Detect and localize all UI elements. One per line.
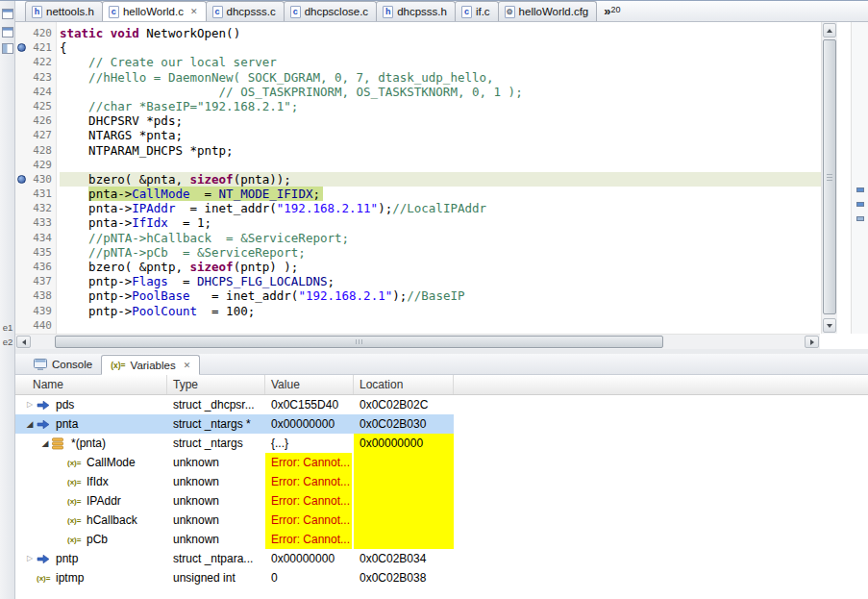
variables-table: Name Type Value Location ▷pdsstruct _dhc… xyxy=(15,375,868,599)
variable-row-iptmp[interactable]: (x)=iptmpunsigned int00x0C02B038 xyxy=(15,568,868,587)
variable-location xyxy=(354,472,454,491)
editor-tab-if.c[interactable]: cif.c xyxy=(455,1,499,21)
tree-collapsed-icon[interactable]: ▷ xyxy=(23,395,37,414)
scroll-down-button[interactable] xyxy=(823,318,836,333)
code-line-432: pnta->IPAddr = inet_addr("192.168.2.11")… xyxy=(60,201,821,215)
variable-type: unknown xyxy=(167,453,265,472)
tab-label: if.c xyxy=(476,6,490,17)
c-file-icon: c xyxy=(212,6,223,18)
left-view-bar: e1 e2 xyxy=(0,1,15,599)
annotation-marker[interactable] xyxy=(856,187,864,192)
tree-expanded-icon[interactable]: ◢ xyxy=(38,434,52,453)
code-line-423: //hHello = DaemonNew( SOCK_DGRAM, 0, 7, … xyxy=(60,70,821,85)
variable-value[interactable]: 0 xyxy=(265,568,354,587)
breakpoint-icon[interactable] xyxy=(17,175,26,184)
variables-icon: (x)= xyxy=(111,361,125,370)
variable-name: pCb xyxy=(87,533,108,546)
console-icon xyxy=(34,359,47,370)
code-line-431: pnta->CallMode = NT_MODE_IFIDX; xyxy=(60,187,821,201)
variable-row-*(pnta)[interactable]: ◢*(pnta)struct _ntargs{...}0x00000000 xyxy=(15,434,868,453)
tab-variables[interactable]: (x)= Variables ✕ xyxy=(101,355,200,375)
pointer-variable-icon xyxy=(37,398,53,412)
overview-ruler[interactable] xyxy=(851,22,868,334)
variable-location: 0x0C02B030 xyxy=(354,414,454,434)
horizontal-scroll-thumb[interactable] xyxy=(55,336,663,348)
fastview-label[interactable]: e2 xyxy=(0,335,15,349)
variable-name: pntp xyxy=(56,552,78,565)
variable-row-hCallback[interactable]: (x)=hCallbackunknownError: Cannot... xyxy=(15,511,868,530)
code-line-439: pntp->PoolCount = 100; xyxy=(60,304,821,318)
fastview-label[interactable]: e1 xyxy=(0,320,15,335)
annotation-ruler[interactable] xyxy=(15,22,28,334)
line-number: 432 xyxy=(28,201,56,215)
view-menu-icon[interactable] xyxy=(2,6,13,16)
code-line-422: // Create our local server xyxy=(60,55,821,69)
variable-type: unknown xyxy=(167,530,265,549)
line-number: 421 xyxy=(28,40,56,55)
scalar-variable-icon: (x)= xyxy=(67,494,84,508)
restore-view-icon-2[interactable] xyxy=(2,40,13,51)
row-filler xyxy=(454,414,868,434)
variable-row-IfIdx[interactable]: (x)=IfIdxunknownError: Cannot... xyxy=(15,472,868,491)
variable-row-pds[interactable]: ▷pdsstruct _dhcpsr...0x0C155D400x0C02B02… xyxy=(15,395,868,414)
line-number: 428 xyxy=(28,143,56,158)
restore-view-icon[interactable] xyxy=(2,24,13,35)
scroll-up-button[interactable] xyxy=(823,23,836,37)
variable-row-CallMode[interactable]: (x)=CallModeunknownError: Cannot... xyxy=(15,453,868,472)
column-header-name[interactable]: Name xyxy=(15,375,167,394)
variable-type: unsigned int xyxy=(167,568,265,587)
tab-overflow-button[interactable]: »20 xyxy=(604,5,620,18)
editor-tab-dhcpsss.c[interactable]: cdhcpsss.c xyxy=(206,1,285,21)
tree-expanded-icon[interactable]: ◢ xyxy=(23,414,37,434)
editor-tab-helloWorld.c[interactable]: chelloWorld.c✕ xyxy=(102,1,207,21)
variable-value[interactable]: Error: Cannot... xyxy=(265,472,354,491)
line-number: 426 xyxy=(28,113,56,128)
row-filler xyxy=(454,434,868,453)
code-area[interactable]: static void NetworkOpen(){ // Create our… xyxy=(57,22,821,334)
variable-name: *(pnta) xyxy=(71,437,106,450)
scroll-right-button[interactable] xyxy=(805,336,819,348)
editor-tab-dhcpsclose.c[interactable]: cdhcpsclose.c xyxy=(284,1,377,21)
close-tab-icon[interactable]: ✕ xyxy=(190,7,198,16)
variable-value[interactable]: {...} xyxy=(265,434,354,453)
editor-tab-dhcpsss.h[interactable]: hdhcpsss.h xyxy=(376,1,456,21)
variable-value[interactable]: 0x0C155D40 xyxy=(265,395,354,414)
code-line-440 xyxy=(60,318,821,333)
variable-row-pCb[interactable]: (x)=pCbunknownError: Cannot... xyxy=(15,530,868,549)
editor-vertical-scrollbar[interactable] xyxy=(821,22,837,334)
scroll-left-button[interactable] xyxy=(16,336,31,348)
code-line-436: bzero( &pntp, sizeof(pntp) ); xyxy=(60,260,821,274)
close-icon[interactable]: ✕ xyxy=(184,361,191,370)
variables-table-header: Name Type Value Location xyxy=(15,375,868,395)
tree-collapsed-icon[interactable]: ▷ xyxy=(23,549,37,568)
column-header-type[interactable]: Type xyxy=(167,375,265,394)
variable-value[interactable]: Error: Cannot... xyxy=(265,491,354,511)
annotation-marker[interactable] xyxy=(856,216,864,221)
c-file-icon: c xyxy=(461,6,472,18)
tab-label: helloWorld.c xyxy=(123,6,184,17)
arrow-down-icon xyxy=(827,324,832,328)
variable-value[interactable]: 0x00000000 xyxy=(265,549,354,568)
scalar-variable-icon: (x)= xyxy=(67,475,84,488)
tab-console[interactable]: Console xyxy=(25,354,101,374)
code-line-434: //pNTA->hCallback = &ServiceReport; xyxy=(60,231,821,245)
code-line-438: pntp->PoolBase = inet_addr("192.168.2.1"… xyxy=(60,288,821,303)
variable-value[interactable]: 0x00000000 xyxy=(265,414,354,434)
variable-row-IPAddr[interactable]: (x)=IPAddrunknownError: Cannot... xyxy=(15,491,868,511)
code-line-426: DHCPSRV *pds; xyxy=(60,113,821,128)
variable-value[interactable]: Error: Cannot... xyxy=(265,511,354,530)
code-line-430: bzero( &pnta, sizeof(pnta)); xyxy=(60,172,821,187)
vertical-scroll-thumb[interactable] xyxy=(823,39,836,314)
breakpoint-icon[interactable] xyxy=(17,43,26,52)
variable-row-pntp[interactable]: ▷pntpstruct _ntpara...0x000000000x0C02B0… xyxy=(15,549,868,568)
editor-horizontal-scrollbar[interactable] xyxy=(15,334,820,349)
variable-value[interactable]: Error: Cannot... xyxy=(265,453,354,472)
editor-tab-helloWorld.cfg[interactable]: ⚙helloWorld.cfg xyxy=(498,1,598,21)
column-header-location[interactable]: Location xyxy=(354,375,454,394)
variable-value[interactable]: Error: Cannot... xyxy=(265,530,354,549)
editor-tab-nettools.h[interactable]: hnettools.h xyxy=(25,1,103,21)
annotation-marker[interactable] xyxy=(856,202,864,207)
variable-row-pnta[interactable]: ◢pntastruct _ntargs *0x000000000x0C02B03… xyxy=(15,414,868,434)
column-header-value[interactable]: Value xyxy=(265,375,354,394)
editor-tab-bar: hnettools.hchelloWorld.c✕cdhcpsss.ccdhcp… xyxy=(15,1,868,22)
